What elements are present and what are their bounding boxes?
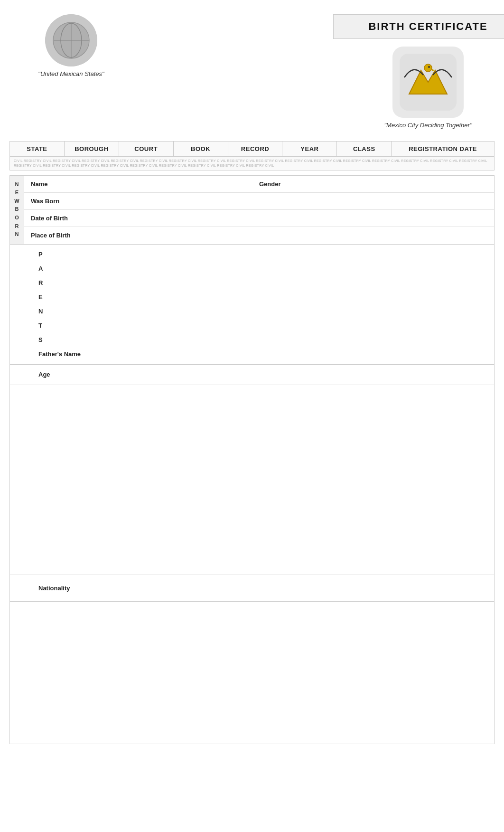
parents-letter-p: P	[38, 247, 485, 262]
was-born-row: Was Born	[24, 193, 494, 210]
nationality-row: Nationality	[38, 580, 485, 596]
parents-letter-e: E	[38, 290, 485, 304]
date-of-birth-row: Date of Birth	[24, 210, 494, 227]
newborn-letter-b: B	[15, 205, 19, 214]
left-logo-caption: "United Mexican States"	[38, 70, 104, 77]
newborn-section: N E W B O R N Name Gender Was Born	[10, 176, 494, 244]
parents-letter-r: R	[38, 276, 485, 290]
svg-point-9	[428, 66, 430, 68]
was-born-label: Was Born	[31, 198, 107, 205]
col-court: COURT	[119, 142, 174, 156]
left-logo-section: "United Mexican States"	[28, 14, 114, 77]
age-section: Age	[10, 364, 494, 385]
col-year: YEAR	[282, 142, 337, 156]
newborn-letter-r: R	[15, 222, 19, 231]
father-name-row: Father's Name	[38, 347, 485, 361]
mexico-city-logo	[392, 47, 464, 118]
col-class: CLASS	[337, 142, 392, 156]
father-name-label: Father's Name	[38, 350, 81, 358]
newborn-letter-e: E	[15, 189, 19, 197]
newborn-letter-w: W	[14, 197, 19, 206]
date-of-birth-label: Date of Birth	[31, 215, 107, 222]
age-label: Age	[38, 371, 50, 378]
registry-watermark: CIVIL REGISTRY CIVIL REGISTRY CIVIL REGI…	[10, 157, 494, 170]
name-gender-row: Name Gender	[24, 176, 494, 193]
bottom-blank-area	[10, 601, 494, 744]
right-logo-caption: "Mexico City Deciding Together"	[384, 122, 472, 129]
newborn-letter-n: N	[15, 180, 19, 189]
age-row: Age	[38, 368, 485, 382]
place-of-birth-label: Place of Birth	[31, 232, 107, 239]
name-label: Name	[31, 180, 107, 188]
parents-letter-a: A	[38, 262, 485, 276]
main-content: N E W B O R N Name Gender Was Born	[9, 175, 495, 744]
nationality-section: Nationality	[10, 575, 494, 601]
col-borough: BOROUGH	[65, 142, 119, 156]
header-area: "United Mexican States" BIRTH CERTIFICAT…	[0, 0, 504, 133]
col-record: RECORD	[228, 142, 283, 156]
place-of-birth-row: Place of Birth	[24, 227, 494, 244]
svg-point-8	[424, 64, 432, 72]
parents-letter-n: N	[38, 304, 485, 319]
right-logo-section: BIRTH CERTIFICATE	[381, 14, 476, 129]
col-book: BOOK	[174, 142, 228, 156]
nationality-label: Nationality	[38, 585, 70, 592]
parents-letter-t: T	[38, 319, 485, 333]
newborn-letter-n2: N	[15, 230, 19, 239]
document-title: BIRTH CERTIFICATE	[353, 20, 504, 33]
title-box: BIRTH CERTIFICATE	[333, 14, 504, 39]
registry-header: STATE BOROUGH COURT BOOK RECORD YEAR CLA…	[9, 141, 495, 170]
newborn-label-col: N E W B O R N	[10, 176, 24, 244]
gender-label: Gender	[259, 180, 335, 188]
newborn-fields: Name Gender Was Born Date of Birth	[24, 176, 494, 244]
newborn-letter-o: O	[15, 214, 19, 222]
mexico-emblem-logo	[45, 14, 97, 66]
registry-columns: STATE BOROUGH COURT BOOK RECORD YEAR CLA…	[10, 142, 494, 157]
page: "United Mexican States" BIRTH CERTIFICAT…	[0, 0, 504, 832]
parents-section: P A R E N T S Father's Name	[10, 244, 494, 364]
col-state: STATE	[10, 142, 65, 156]
blank-area	[10, 385, 494, 575]
parents-letter-s: S	[38, 333, 485, 347]
col-registration-date: REGISTRATION DATE	[392, 142, 494, 156]
